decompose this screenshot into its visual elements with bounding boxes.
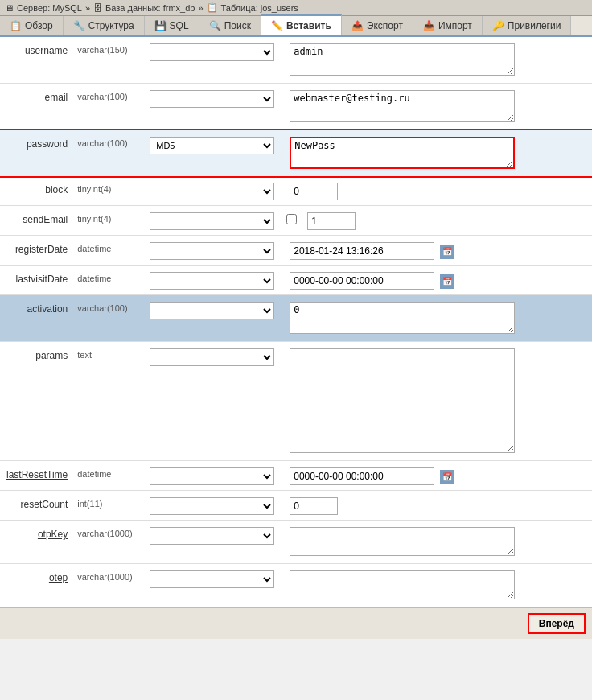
input-activation[interactable]: 0 (290, 302, 515, 334)
field-func-block[interactable] (146, 176, 283, 206)
forward-button[interactable]: Вперёд (528, 613, 586, 634)
field-checkbox-sendemail[interactable] (283, 206, 301, 236)
field-value-block[interactable] (283, 176, 592, 206)
field-name-email: email (0, 84, 74, 130)
field-func-activation[interactable] (146, 295, 283, 342)
input-block[interactable] (290, 183, 338, 200)
sql-icon: 💾 (154, 20, 166, 31)
func-select-block[interactable] (150, 183, 274, 200)
tab-overview[interactable]: 📋 Обзор (0, 16, 64, 35)
tab-search[interactable]: 🔍 Поиск (199, 16, 261, 35)
table-row: email varchar(100) webmaster@testing.ru (0, 84, 592, 130)
field-type-lastvisitdate: datetime (74, 266, 146, 295)
field-name-otep: otep (0, 564, 74, 607)
field-value-lastvisitdate[interactable]: 📅 (283, 266, 592, 295)
field-value-params[interactable] (283, 342, 592, 461)
table-row: otep varchar(1000) (0, 564, 592, 607)
bottom-bar: Вперёд (0, 607, 592, 639)
field-value-otep[interactable] (283, 564, 592, 607)
tab-export[interactable]: 📤 Экспорт (342, 16, 413, 35)
field-func-password[interactable]: MD5 -- none -- (146, 130, 283, 177)
func-select-sendemail[interactable] (150, 212, 274, 230)
func-select-email[interactable] (150, 90, 274, 108)
calendar-icon-registerdate[interactable]: 📅 (440, 245, 454, 259)
field-func-registerdate[interactable] (146, 236, 283, 266)
func-select-registerdate[interactable] (150, 242, 274, 260)
field-func-username[interactable] (146, 37, 283, 84)
field-type-password: varchar(100) (74, 130, 146, 177)
input-registerdate[interactable] (290, 242, 434, 260)
table-icon: 📋 (207, 2, 218, 13)
field-value-activation[interactable]: 0 (283, 295, 592, 342)
func-select-otpkey[interactable] (150, 527, 274, 545)
server-icon: 🖥 (5, 3, 14, 13)
func-select-params[interactable] (150, 348, 274, 366)
field-type-lastresettime: datetime (74, 461, 146, 491)
table-row: block tinyint(4) (0, 176, 592, 206)
input-email[interactable]: webmaster@testing.ru (290, 90, 515, 122)
tab-insert[interactable]: ✏️ Вставить (261, 14, 342, 35)
func-select-username[interactable] (150, 43, 274, 61)
field-name-password: password (0, 130, 74, 177)
privileges-icon: 🔑 (492, 20, 504, 31)
func-select-activation[interactable] (150, 302, 274, 319)
field-name-registerdate: registerDate (0, 236, 74, 266)
input-otpkey[interactable] (290, 527, 515, 556)
input-otep[interactable] (290, 570, 515, 599)
field-value-lastresettime[interactable]: 📅 (283, 461, 592, 491)
input-lastvisitdate[interactable] (290, 272, 434, 290)
table-row: registerDate datetime 📅 (0, 236, 592, 266)
field-func-resetcount[interactable] (146, 491, 283, 521)
title-bar: 🖥 Сервер: MySQL » 🗄 База данных: frmx_db… (0, 0, 592, 16)
field-name-params: params (0, 342, 74, 461)
field-func-otpkey[interactable] (146, 521, 283, 564)
field-value-otpkey[interactable] (283, 521, 592, 564)
field-name-lastresettime: lastResetTime (0, 461, 74, 491)
db-name: База данных: frmx_db (105, 3, 195, 13)
field-value-username[interactable]: admin (283, 37, 592, 84)
field-name-username: username (0, 37, 74, 84)
input-params[interactable] (290, 348, 515, 453)
input-sendemail[interactable] (307, 212, 356, 230)
input-lastresettime[interactable] (290, 467, 434, 485)
field-func-lastvisitdate[interactable] (146, 266, 283, 295)
tab-structure[interactable]: 🔧 Структура (64, 16, 145, 35)
tab-privileges[interactable]: 🔑 Привилегии (483, 16, 572, 35)
field-value-resetcount[interactable] (283, 491, 592, 521)
export-icon: 📤 (352, 20, 364, 31)
input-username[interactable]: admin (290, 43, 515, 76)
field-value-sendemail[interactable] (301, 206, 592, 236)
table-name: Таблица: jos_users (221, 3, 298, 13)
calendar-icon-lastresettime[interactable]: 📅 (440, 470, 454, 484)
field-value-email[interactable]: webmaster@testing.ru (283, 84, 592, 130)
func-select-password[interactable]: MD5 -- none -- (150, 137, 274, 154)
input-password[interactable]: NewPass (290, 137, 515, 169)
checkbox-sendemail[interactable] (286, 214, 297, 224)
search-icon: 🔍 (209, 20, 221, 31)
field-name-otpkey: otpKey (0, 521, 74, 564)
tab-sql[interactable]: 💾 SQL (145, 16, 199, 35)
table-row: lastvisitDate datetime 📅 (0, 266, 592, 295)
tab-import[interactable]: 📥 Импорт (413, 16, 483, 35)
field-type-activation: varchar(100) (74, 295, 146, 342)
table-row: username varchar(150) admin (0, 37, 592, 84)
field-func-otep[interactable] (146, 564, 283, 607)
tab-bar: 📋 Обзор 🔧 Структура 💾 SQL 🔍 Поиск ✏️ Вст… (0, 16, 592, 37)
func-select-otep[interactable] (150, 570, 274, 588)
field-func-email[interactable] (146, 84, 283, 130)
field-func-sendemail[interactable] (146, 206, 283, 236)
table-row: sendEmail tinyint(4) (0, 206, 592, 236)
table-row-password: password varchar(100) MD5 -- none -- New… (0, 130, 592, 177)
func-select-lastresettime[interactable] (150, 467, 274, 485)
field-func-lastresettime[interactable] (146, 461, 283, 491)
field-value-registerdate[interactable]: 📅 (283, 236, 592, 266)
server-name: Сервер: MySQL (17, 3, 82, 13)
field-type-otep: varchar(1000) (74, 564, 146, 607)
field-func-params[interactable] (146, 342, 283, 461)
func-select-resetcount[interactable] (150, 497, 274, 515)
field-value-password[interactable]: NewPass (283, 130, 592, 177)
calendar-icon-lastvisitdate[interactable]: 📅 (440, 274, 454, 289)
input-resetcount[interactable] (290, 497, 338, 515)
func-select-lastvisitdate[interactable] (150, 272, 274, 290)
overview-icon: 📋 (10, 20, 22, 31)
